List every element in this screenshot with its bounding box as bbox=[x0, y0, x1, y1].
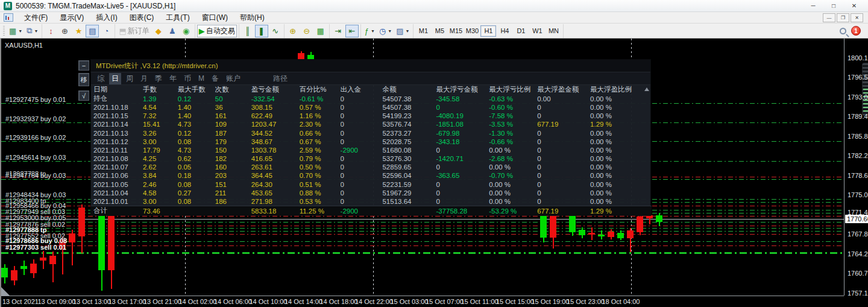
timeframe-h1[interactable]: H1 bbox=[480, 25, 496, 37]
mdi-restore-button[interactable]: ❐ bbox=[837, 13, 849, 22]
mdi-close-button[interactable]: ✕ bbox=[851, 13, 863, 22]
order-label: #12977303 sell 0.01 bbox=[5, 244, 66, 251]
table-cell: 0.08 bbox=[178, 198, 215, 205]
resize-corner bbox=[1, 287, 10, 296]
panel-tab-备[interactable]: 备 bbox=[209, 73, 221, 84]
panel-tab-综[interactable]: 综 bbox=[95, 73, 107, 84]
table-cell: 0.00 % bbox=[590, 181, 652, 188]
candlestick-chart-icon: ❚ bbox=[258, 27, 265, 36]
timeframe-mn[interactable]: MN bbox=[546, 25, 561, 37]
table-cell: 手数 bbox=[143, 85, 178, 94]
panel-tab-日[interactable]: 日 bbox=[109, 73, 121, 84]
periods-button[interactable]: ◷▼ bbox=[377, 25, 394, 37]
navigator-button[interactable]: ▤ bbox=[86, 25, 99, 37]
mql5-market-button[interactable]: ◆ bbox=[152, 25, 165, 37]
new-chart-button[interactable]: ▦▼ bbox=[7, 25, 24, 37]
timeframe-m30[interactable]: M30 bbox=[464, 25, 480, 37]
search-icon[interactable] bbox=[840, 28, 846, 34]
panel-tab-年[interactable]: 年 bbox=[167, 73, 179, 84]
chart-profiles-button[interactable]: ⧉▼ bbox=[25, 25, 40, 37]
maximize-button[interactable]: □ bbox=[823, 1, 844, 11]
zoom-in-button[interactable]: ⊕ bbox=[286, 25, 300, 37]
table-row: 2021.10.184.541.4036308.150.57 %054507.3… bbox=[91, 103, 652, 112]
bar-chart-button[interactable]: ║ bbox=[241, 25, 254, 37]
time-tick-label: 13 Oct 2021 bbox=[2, 298, 39, 305]
price-axis[interactable]: 1800.101796.501793.001789.401785.801782.… bbox=[844, 39, 868, 296]
signals-button[interactable]: ◉ bbox=[180, 25, 193, 37]
timeframe-w1[interactable]: W1 bbox=[529, 25, 545, 37]
toolbar: ▦▼⧉▼↕⊕★▤◔⬒新订单◆♟◉▶自动交易║❚∿⊕⊖▦⇥⇤ƒ▼◷▼▨▼ M1M5… bbox=[0, 24, 868, 39]
buy-order-line bbox=[1, 241, 844, 242]
order-label: #12945614 buy 0.03 bbox=[5, 154, 66, 161]
candle-body bbox=[637, 217, 643, 232]
table-cell: 3.00 bbox=[143, 138, 178, 145]
panel-title-bar[interactable]: MTDriver统计 ,V3.12 (http://mtdriver.cn) bbox=[91, 60, 650, 72]
panel-check-button[interactable]: √ bbox=[78, 90, 89, 101]
menu-item-4[interactable]: 工具(T) bbox=[160, 11, 195, 24]
table-cell: 203 bbox=[215, 172, 251, 179]
market-watch-button[interactable]: ↕ bbox=[44, 25, 57, 37]
indicators-add-button[interactable]: ƒ▼ bbox=[363, 25, 377, 37]
panel-tab-币[interactable]: 币 bbox=[181, 73, 193, 84]
menu-item-6[interactable]: 帮助(H) bbox=[234, 11, 271, 24]
table-row: 2021.10.133.260.12187344.520.66 %052373.… bbox=[91, 129, 652, 138]
table-cell: 0.12 bbox=[178, 95, 215, 103]
panel-tab-周[interactable]: 周 bbox=[124, 73, 136, 84]
candlestick-chart-button[interactable]: ❚ bbox=[255, 25, 268, 37]
timeframe-m5[interactable]: M5 bbox=[432, 25, 447, 37]
table-cell: 52859.65 bbox=[382, 163, 436, 171]
tile-windows-button[interactable]: ▦ bbox=[314, 25, 327, 37]
time-tick-label: 15 Oct 07:00 bbox=[426, 298, 464, 305]
auto-scroll-button[interactable]: ⇥ bbox=[332, 25, 345, 37]
menu-item-2[interactable]: 插入(I) bbox=[90, 11, 123, 24]
crosshair-button[interactable]: ⊕ bbox=[58, 25, 71, 37]
zoom-out-button[interactable]: ⊖ bbox=[300, 25, 313, 37]
new-chart-icon: ▦ bbox=[9, 27, 16, 36]
close-button[interactable]: ✕ bbox=[844, 1, 864, 11]
table-cell: 0.79 % bbox=[300, 155, 341, 162]
favorites-button[interactable]: ★ bbox=[72, 25, 85, 37]
timeframe-m1[interactable]: M1 bbox=[415, 25, 431, 37]
bar-chart-icon: ║ bbox=[245, 27, 250, 36]
menu-item-5[interactable]: 窗口(W) bbox=[196, 11, 234, 24]
panel-tab-path[interactable]: 路径 bbox=[271, 73, 290, 84]
table-cell: 0 bbox=[537, 181, 590, 188]
notification-badge[interactable]: 1 bbox=[851, 26, 861, 36]
mdi-minimize-button[interactable]: — bbox=[823, 13, 835, 22]
terminal-button[interactable]: ◔ bbox=[99, 25, 113, 37]
table-cell: 0 bbox=[341, 163, 383, 171]
new-order-button[interactable]: ⬒新订单 bbox=[117, 25, 151, 37]
table-cell: 0 bbox=[341, 121, 383, 128]
periods-icon: ◷ bbox=[379, 27, 386, 36]
chart-shift-button[interactable]: ⇤ bbox=[345, 25, 359, 37]
panel-move-button[interactable]: 移 bbox=[78, 73, 89, 86]
candlestick bbox=[108, 212, 115, 289]
time-axis[interactable]: 13 Oct 202113 Oct 09:0013 Oct 13:0013 Oc… bbox=[1, 296, 844, 307]
timeframe-d1[interactable]: D1 bbox=[513, 25, 529, 37]
panel-collapse-button[interactable]: − bbox=[78, 60, 89, 71]
scrollbar-thumb[interactable] bbox=[862, 63, 868, 116]
table-cell: 73.46 bbox=[143, 207, 178, 215]
sell-tp-order-line bbox=[1, 245, 844, 246]
table-cell: 0 bbox=[341, 198, 383, 205]
expert-advisors-button[interactable]: ♟ bbox=[166, 25, 179, 37]
menu-item-3[interactable]: 图表(C) bbox=[124, 11, 160, 24]
panel-tab-月[interactable]: 月 bbox=[138, 73, 150, 84]
panel-tab-季[interactable]: 季 bbox=[153, 73, 165, 84]
panel-tab-M[interactable]: M bbox=[196, 74, 207, 83]
timeframe-h4[interactable]: H4 bbox=[497, 25, 512, 37]
minimize-button[interactable]: ─ bbox=[803, 1, 823, 11]
menu-item-1[interactable]: 显示(V) bbox=[54, 11, 90, 24]
panel-tab-账户[interactable]: 账户 bbox=[224, 73, 243, 84]
autotrade-button[interactable]: ▶自动交易 bbox=[197, 25, 237, 37]
time-tick-label: 15 Oct 11:00 bbox=[461, 298, 498, 305]
timeframe-m15[interactable]: M15 bbox=[448, 25, 464, 37]
templates-button[interactable]: ▨▼ bbox=[394, 25, 411, 37]
table-cell: 0 bbox=[537, 130, 590, 137]
table-cell: 187 bbox=[215, 130, 251, 137]
buy-order-line bbox=[1, 231, 844, 232]
price-tick-label: 1800.10 bbox=[848, 54, 868, 62]
menu-item-0[interactable]: 文件(F) bbox=[18, 11, 54, 24]
candle-body bbox=[617, 233, 624, 238]
line-chart-button[interactable]: ∿ bbox=[269, 25, 282, 37]
